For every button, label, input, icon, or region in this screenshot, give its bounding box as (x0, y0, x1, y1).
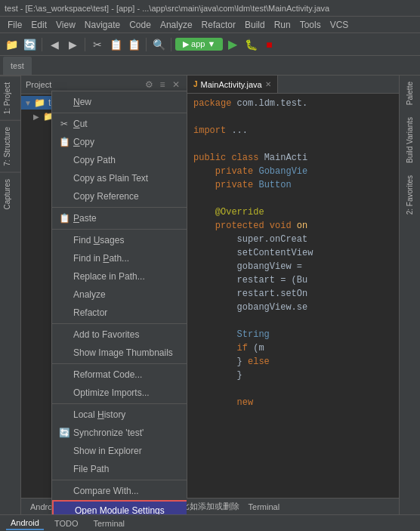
ctx-analyze[interactable]: Analyze ▶ (52, 286, 187, 304)
context-menu-overlay: New ▶ ✂ Cut Ctrl+X 📋 Copy Ctrl+C Copy Pa… (21, 76, 187, 514)
menu-bar: File Edit View Navigate Code Analyze Ref… (0, 17, 420, 33)
toolbar-forward-icon[interactable]: ▶ (64, 36, 81, 53)
ctx-cut[interactable]: ✂ Cut Ctrl+X (52, 115, 187, 133)
menu-navigate[interactable]: Navigate (80, 18, 125, 32)
right-panel-palette[interactable]: Palette (403, 76, 417, 111)
ctx-sep-3 (52, 229, 187, 230)
left-panel-structure[interactable]: 7: Structure (0, 120, 20, 172)
menu-code[interactable]: Code (125, 18, 156, 32)
code-line-20: } else (193, 355, 393, 369)
menu-analyze[interactable]: Analyze (156, 18, 197, 32)
ctx-local-history-label: Local History (73, 409, 187, 420)
bottom-tab-android[interactable]: Android (6, 517, 44, 530)
menu-tools[interactable]: Tools (295, 18, 326, 32)
ctx-sep-4 (52, 323, 187, 324)
ctx-copy-path[interactable]: Copy Path Ctrl+Shift+C (52, 151, 187, 169)
menu-vcs[interactable]: VCS (326, 18, 354, 32)
code-line-15: restart.setOn (193, 287, 393, 301)
tab-test[interactable]: test (3, 57, 32, 75)
ctx-copy-plain-icon (58, 172, 70, 184)
ctx-synchronize[interactable]: 🔄 Synchronize 'test' (52, 424, 187, 442)
tab-test-label: test (11, 61, 24, 70)
ctx-replace-path[interactable]: Replace in Path... Ctrl+Shift+R (52, 267, 187, 286)
toolbar-separator-4 (171, 38, 171, 51)
toolbar-stop-icon[interactable]: ■ (261, 36, 277, 53)
code-line-13: gobangView = (193, 260, 393, 273)
project-panel: Project ⚙ ≡ ✕ ▼ 📁 test (E:\as_workspace\… (21, 76, 187, 514)
toolbar-paste-icon[interactable]: 📋 (125, 36, 142, 53)
ctx-reformat-label: Reformat Code... (73, 369, 187, 380)
code-line-14: restart = (Bu (193, 273, 393, 287)
menu-build[interactable]: Build (240, 18, 270, 32)
ctx-paste-icon: 📋 (58, 212, 70, 224)
ctx-find-usages-icon (58, 234, 70, 246)
ctx-replace-path-label: Replace in Path... (73, 271, 187, 282)
toolbar-search-icon[interactable]: 🔍 (150, 36, 167, 53)
left-panels: 1: Project 7: Structure Captures (0, 76, 21, 514)
ctx-copy-path-icon (58, 154, 70, 166)
ctx-new-label: New (73, 97, 187, 107)
ctx-compare[interactable]: Compare With... Ctrl+D (52, 482, 187, 500)
right-panel-favorites[interactable]: 2: Favorites (403, 169, 417, 221)
ctx-replace-path-icon (58, 270, 70, 282)
menu-run[interactable]: Run (270, 18, 295, 32)
notif-tab-terminal[interactable]: Terminal (246, 501, 283, 513)
ctx-reformat[interactable]: Reformat Code... Ctrl+Alt+L (52, 366, 187, 384)
right-panels: Palette Build Variants 2: Favorites (399, 76, 420, 514)
ctx-add-favorites[interactable]: Add to Favorites ▶ (52, 326, 187, 344)
toolbar-run-icon[interactable]: ▶ (224, 36, 241, 53)
toolbar-project-icon[interactable]: 📁 (3, 36, 20, 53)
editor-tab-close[interactable]: ✕ (265, 80, 271, 88)
toolbar-separator-1 (42, 38, 42, 51)
toolbar-separator-2 (85, 38, 85, 51)
ctx-find-usages[interactable]: Find Usages Alt+F7 (52, 231, 187, 249)
ctx-sep-6 (52, 403, 187, 404)
code-line-4 (193, 137, 393, 151)
ctx-refactor[interactable]: Refactor ▶ (52, 304, 187, 322)
editor-tab-mainactivity[interactable]: J MainActivity.java ✕ (187, 76, 278, 93)
ctx-show-explorer[interactable]: Show in Explorer (52, 442, 187, 460)
ctx-show-thumbnails-icon (58, 347, 70, 359)
menu-file[interactable]: File (3, 18, 26, 32)
ctx-show-thumbnails[interactable]: Show Image Thumbnails Ctrl+Shift+T (52, 344, 187, 362)
code-line-3: import ... (193, 124, 393, 137)
toolbar-copy-icon[interactable]: 📋 (107, 36, 124, 53)
ctx-copy-ref[interactable]: Copy Reference Ctrl+Alt+Shift+C (52, 187, 187, 205)
code-line-11: super.onCreat (193, 233, 393, 246)
bottom-tab-todo[interactable]: TODO (50, 517, 83, 529)
right-panel-build-variants[interactable]: Build Variants (403, 111, 417, 169)
ctx-file-path-label: File Path (73, 464, 187, 474)
editor-tab-icon: J (193, 80, 198, 88)
ctx-copy-plain[interactable]: Copy as Plain Text (52, 169, 187, 187)
toolbar-sync-icon[interactable]: 🔄 (21, 36, 38, 53)
code-line-6: private GobangVie (193, 165, 393, 178)
ctx-analyze-icon (58, 289, 70, 301)
menu-view[interactable]: View (51, 18, 80, 32)
ctx-open-module-settings[interactable]: Open Module Settings (52, 500, 187, 514)
code-line-17 (193, 314, 393, 328)
toolbar-debug-icon[interactable]: 🐛 (242, 36, 259, 53)
title-bar: test - [E:\as_workspace\test] - [app] - … (0, 0, 420, 17)
menu-refactor[interactable]: Refactor (197, 18, 240, 32)
context-menu: New ▶ ✂ Cut Ctrl+X 📋 Copy Ctrl+C Copy Pa… (51, 91, 187, 514)
ctx-file-path[interactable]: File Path Ctrl+Alt+F12 (52, 460, 187, 478)
ctx-find-path[interactable]: Find in Path... Ctrl+Shift+F (52, 249, 187, 267)
code-line-8 (193, 192, 393, 205)
left-panel-captures[interactable]: Captures (0, 172, 20, 216)
toolbar-back-icon[interactable]: ◀ (46, 36, 63, 53)
ctx-local-history-icon (58, 409, 70, 421)
menu-edit[interactable]: Edit (26, 18, 51, 32)
toolbar-app-dropdown[interactable]: ▶ app ▼ (175, 38, 223, 51)
ctx-new[interactable]: New ▶ (52, 93, 187, 111)
ctx-optimize[interactable]: Optimize Imports... Ctrl+Alt+O (52, 384, 187, 402)
ctx-optimize-label: Optimize Imports... (73, 387, 187, 398)
ctx-local-history[interactable]: Local History ▶ (52, 406, 187, 424)
title-text: test - [E:\as_workspace\test] - [app] - … (5, 4, 329, 13)
bottom-tab-terminal[interactable]: Terminal (89, 517, 130, 529)
ctx-copy-icon: 📋 (58, 136, 70, 148)
ctx-paste[interactable]: 📋 Paste Ctrl+V (52, 209, 187, 227)
toolbar-cut-icon[interactable]: ✂ (89, 36, 106, 53)
ctx-copy[interactable]: 📋 Copy Ctrl+C (52, 133, 187, 151)
left-panel-project[interactable]: 1: Project (0, 76, 20, 120)
ctx-copy-path-label: Copy Path (73, 155, 187, 165)
